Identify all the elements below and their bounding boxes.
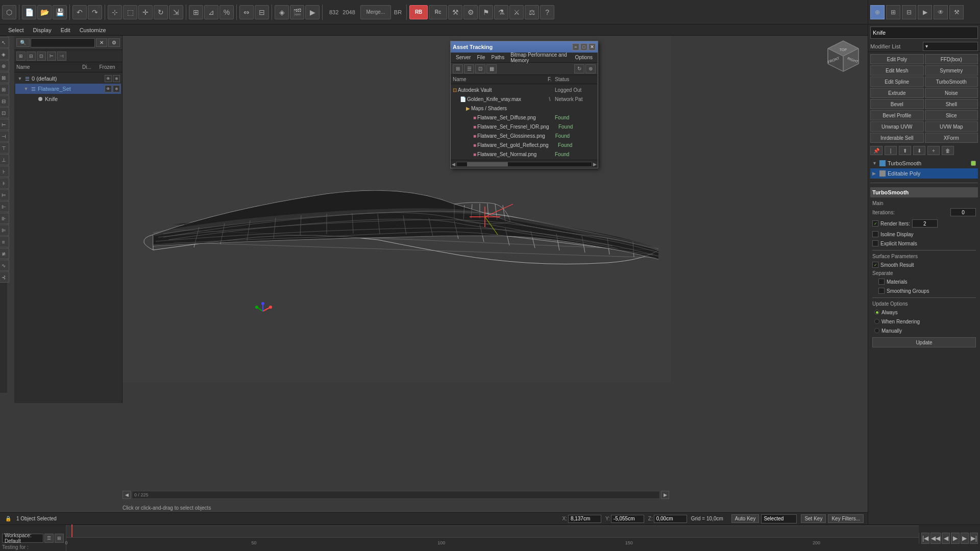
stack-nav-arrow-up[interactable]: ⬆ [899, 146, 911, 155]
mod-btn-edit-spline[interactable]: Edit Spline [870, 77, 924, 87]
material-editor-btn[interactable]: ◈ [275, 5, 289, 19]
new-btn[interactable]: 📄 [22, 5, 36, 19]
asset-scroll-thumb[interactable] [467, 162, 508, 166]
redo-btn[interactable]: ↷ [88, 5, 102, 19]
mod-btn-edit-mesh[interactable]: Edit Mesh [870, 65, 924, 76]
select-btn[interactable]: ⊹ [108, 5, 122, 19]
mod-btn-extrude[interactable]: Extrude [870, 88, 924, 98]
expand-icon-0[interactable]: ▼ [16, 75, 23, 82]
asset-tool-4[interactable]: ▦ [486, 64, 497, 73]
asset-row-gloss[interactable]: ■ Flatware_Set_Glossiness.png Found [452, 131, 597, 140]
stack-nav-pipe[interactable]: | [885, 146, 897, 155]
tree-layer-default[interactable]: ▼ ☰ 0 (default) 👁 ❄ [15, 73, 121, 84]
ts-smooth-result-check[interactable]: ✓ [872, 262, 878, 268]
left-tool-3[interactable]: ⊕ [0, 60, 9, 71]
left-tool-8[interactable]: ⊢ [0, 119, 9, 130]
angle-snap-btn[interactable]: ⊿ [204, 5, 218, 19]
left-tool-4[interactable]: ⊠ [0, 72, 9, 83]
ts-update-btn[interactable]: Update [872, 337, 976, 347]
asset-menu-paths[interactable]: Paths [488, 54, 508, 61]
render-setup-btn[interactable]: 🎬 [290, 5, 304, 19]
left-tool-select[interactable]: ↖ [0, 37, 9, 48]
rotate-btn[interactable]: ↻ [154, 5, 168, 19]
save-btn[interactable]: 💾 [53, 5, 67, 19]
mod-btn-noise[interactable]: Noise [925, 88, 978, 98]
tool6-btn[interactable]: ⚖ [525, 5, 539, 19]
app-icon[interactable]: ⬡ [2, 5, 16, 19]
tree-flatware-set[interactable]: ▼ ☰ Flatware_Set 👁 ❄ [15, 84, 121, 94]
left-tool-6[interactable]: ⊟ [0, 95, 9, 107]
asset-scrollbar[interactable]: ◀ ▶ [451, 160, 598, 168]
stack-nav-pin[interactable]: 📌 [870, 146, 883, 155]
modifier-list-dropdown[interactable]: ▾ [923, 42, 978, 51]
mod-btn-unwrap-uvw[interactable]: Unwrap UVW [870, 121, 924, 132]
asset-tool-2[interactable]: ☰ [464, 64, 474, 73]
scene-header-search[interactable]: 🔍 [16, 38, 30, 47]
tree-ctrl-freeze-0[interactable]: ❄ [113, 75, 120, 82]
mod-btn-symmetry[interactable]: Symmetry [925, 65, 978, 76]
stack-nav-arrow-down[interactable]: ⬇ [913, 146, 925, 155]
tree-ctrl-freeze-1[interactable]: ❄ [113, 85, 120, 92]
scene-settings-btn[interactable]: ⚙ [108, 38, 120, 47]
tool2-btn[interactable]: ⚙ [463, 5, 478, 19]
mod-btn-bevel-profile[interactable]: Bevel Profile [870, 110, 924, 120]
mod-btn-edit-poly[interactable]: Edit Poly [870, 54, 924, 64]
ts-smoothing-groups-check[interactable] [878, 288, 885, 294]
play-next-frame-btn[interactable]: ▶ [961, 533, 969, 544]
left-tool-19[interactable]: ≢ [0, 248, 9, 259]
left-tool-20[interactable]: ∿ [0, 260, 9, 271]
asset-row-knife-file[interactable]: 📄 Golden_Knife_vray.max \ Network Pat [452, 94, 597, 104]
align-btn[interactable]: ⊟ [255, 5, 269, 19]
move-btn[interactable]: ✛ [138, 5, 153, 19]
play-last-btn[interactable]: ▶| [970, 533, 978, 544]
display-tab-icon[interactable]: 👁 [934, 5, 948, 19]
left-tool-11[interactable]: ⊥ [0, 154, 9, 165]
scroll-left-arrow[interactable]: ◀ [452, 162, 455, 167]
vp-nav-right[interactable]: ▶ [661, 491, 669, 499]
expand-icon-1[interactable]: ▼ [22, 85, 30, 92]
left-tool-14[interactable]: ⊨ [0, 189, 9, 201]
open-btn[interactable]: 📂 [37, 5, 52, 19]
coord-x-value[interactable]: 8,137cm [568, 515, 601, 523]
tree-ctrl-display-0[interactable]: 👁 [105, 75, 112, 82]
mod-btn-ffd[interactable]: FFD(box) [925, 54, 978, 64]
mod-btn-turbosmooth[interactable]: TurboSmooth [925, 77, 978, 87]
left-tool-13[interactable]: ⊧ [0, 178, 9, 189]
play-first-btn[interactable]: |◀ [921, 533, 929, 544]
ts-when-rendering-radio[interactable] [874, 319, 879, 324]
left-tool-9[interactable]: ⊣ [0, 131, 9, 142]
snap-btn[interactable]: ⊞ [189, 5, 203, 19]
stack-expand-ep[interactable]: ▶ [872, 171, 879, 176]
ts-isoline-check[interactable] [872, 231, 878, 237]
tree-knife[interactable]: Knife [15, 94, 121, 104]
scene-tool-5[interactable]: ⊣ [57, 52, 66, 61]
selected-field[interactable]: Selected [761, 514, 797, 523]
tool4-btn[interactable]: ⚗ [494, 5, 508, 19]
mirror-btn[interactable]: ⇔ [239, 5, 254, 19]
left-tool-17[interactable]: ⊫ [0, 224, 9, 236]
tree-ctrl-display-1[interactable]: 👁 [105, 85, 112, 92]
viewport-cube[interactable]: TOP RIGHT FRONT [823, 36, 864, 77]
hierarchy-tab-icon[interactable]: ⊟ [902, 5, 916, 19]
help-btn[interactable]: ? [540, 5, 554, 19]
asset-row-reflect[interactable]: ■ Flatware_Set_gold_Reflect.png Found [452, 140, 597, 149]
mod-btn-bevel[interactable]: Bevel [870, 99, 924, 109]
stack-nav-plus[interactable]: + [927, 146, 940, 155]
timeline-track[interactable] [66, 525, 919, 538]
render-btn[interactable]: ▶ [305, 5, 320, 19]
percent-snap-btn[interactable]: % [219, 5, 234, 19]
scale-btn[interactable]: ⇲ [169, 5, 183, 19]
mod-btn-shell[interactable]: Shell [925, 99, 978, 109]
menu-display[interactable]: Display [29, 26, 56, 34]
scroll-right-arrow[interactable]: ▶ [593, 162, 597, 167]
left-tool-21[interactable]: ⊰ [0, 271, 9, 283]
asset-tool-3[interactable]: ⊡ [475, 64, 485, 73]
ts-materials-check[interactable] [878, 279, 885, 285]
create-tab-icon[interactable]: ⊕ [870, 5, 885, 19]
stack-expand-ts[interactable]: ▼ [872, 161, 879, 166]
tool1-btn[interactable]: ⚒ [448, 5, 462, 19]
menu-customize[interactable]: Customize [76, 26, 110, 34]
asset-row-fresnel[interactable]: ■ Flatware_Set_Fresnel_IOR.png Found [452, 122, 597, 131]
left-tool-12[interactable]: ⊦ [0, 166, 9, 177]
asset-row-vault[interactable]: ⊡ Autodesk Vault Logged Out [452, 85, 597, 94]
